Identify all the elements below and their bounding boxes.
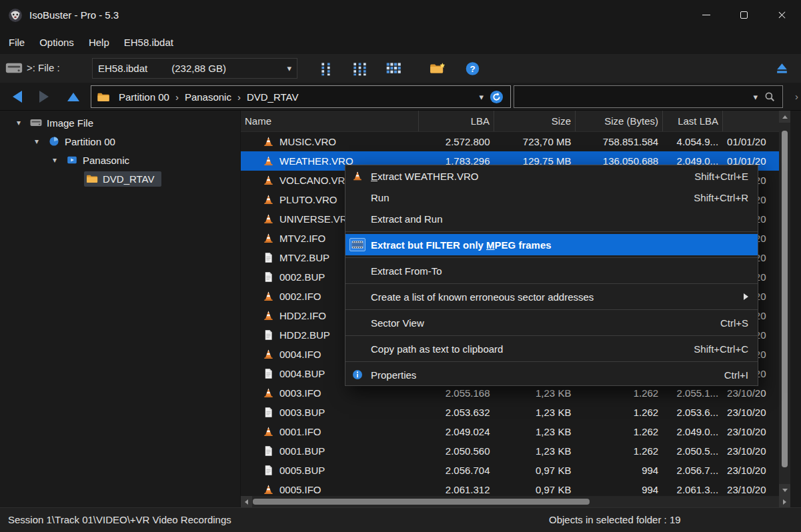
menu-item-label: Extract WEATHER.VRO — [371, 171, 686, 182]
horizontal-scroll-thumb[interactable] — [253, 499, 590, 505]
file-row-music-vro[interactable]: MUSIC.VRO2.572.800723,70 MB758.851.5844.… — [241, 132, 779, 151]
column-header-size-bytes[interactable]: Size (Bytes) — [576, 111, 663, 131]
tree-item-panasonic[interactable]: ▾ Panasonic — [0, 151, 240, 169]
column-header-last-lba[interactable]: Last LBA — [663, 111, 723, 131]
image-file-dropdown[interactable]: EH58.ibdat (232,88 GB) ▾ — [92, 58, 297, 79]
date-cell: 23/10/20 — [722, 407, 779, 418]
menu-item-label: Create a list of known erroneous sector … — [371, 291, 736, 303]
context-menu-item-extract-but-filter-only-mpeg-frames[interactable]: Extract but FILTER only MPEG frames — [345, 234, 758, 255]
status-path: Session 1\Track 01\VIDEO\+VR Video Recor… — [8, 508, 231, 532]
file-name-cell: 0003.BUP — [241, 407, 419, 418]
submenu-arrow-icon — [744, 293, 748, 300]
file-row-0001-ifo[interactable]: 0001.IFO2.049.0241,23 KB1.2622.049.0...2… — [241, 422, 779, 441]
vlc-cone-icon — [263, 155, 274, 167]
forward-button[interactable] — [32, 83, 56, 111]
disc-drive-icon — [5, 61, 23, 75]
context-menu-item-copy-path-as-text-to-clipboard[interactable]: Copy path as text to clipboardShift+Ctrl… — [345, 338, 758, 359]
chevron-down-icon[interactable]: ▾ — [12, 118, 25, 127]
minimize-button[interactable] — [687, 0, 725, 30]
menu-item-label: Sector View — [371, 317, 712, 329]
view-details-button[interactable] — [348, 57, 371, 79]
vlc-cone-icon — [263, 310, 274, 321]
file-name-label: HDD2.IFO — [279, 310, 326, 321]
tree-selected-highlight: DVD_RTAV — [84, 171, 161, 187]
chevron-down-icon[interactable]: ▾ — [747, 92, 764, 102]
up-button[interactable] — [61, 83, 85, 111]
scroll-up-button[interactable] — [779, 111, 790, 123]
file-name-cell: 0005.BUP — [241, 465, 419, 476]
expand-icon[interactable]: › — [795, 83, 798, 111]
file-name-label: 0003.IFO — [279, 387, 321, 399]
menu-item-help[interactable]: Help — [81, 37, 117, 48]
tree-item-partition-00[interactable]: ▾ Partition 00 — [0, 132, 240, 151]
context-menu-item-properties[interactable]: PropertiesCtrl+I — [345, 364, 758, 385]
breadcrumb-item-dvd-rtav[interactable]: DVD_RTAV — [241, 91, 305, 103]
tree-item-dvd-rtav[interactable]: DVD_RTAV — [0, 169, 240, 188]
vlc-cone-icon — [263, 213, 274, 225]
context-menu-item-run[interactable]: RunShift+Ctrl+R — [345, 187, 758, 208]
maximize-button[interactable] — [725, 0, 763, 30]
context-menu-item-create-a-list-of-known-erroneous-sector-addresses[interactable]: Create a list of known erroneous sector … — [345, 286, 758, 307]
file-row-0005-ifo[interactable]: 0005.IFO2.061.3120,97 KB9942.061.3...23/… — [241, 480, 779, 496]
breadcrumb-item-panasonic[interactable]: Panasonic — [179, 91, 237, 103]
file-name-label: HDD2.BUP — [279, 329, 330, 341]
column-header-name[interactable]: Name — [241, 111, 419, 131]
column-header-size[interactable]: Size — [494, 111, 576, 131]
new-folder-button[interactable] — [426, 57, 449, 79]
search-bar: ▾ — [514, 85, 783, 108]
vlc-icon — [349, 169, 365, 183]
menu-item-file[interactable]: File — [1, 37, 32, 48]
column-header-lba[interactable]: LBA — [419, 111, 494, 131]
vlc-cone-icon — [263, 291, 274, 302]
search-input[interactable] — [520, 91, 747, 103]
context-menu-item-extract-from-to[interactable]: Extract From-To — [345, 260, 758, 281]
view-columns-button[interactable] — [314, 57, 337, 79]
scroll-left-button[interactable] — [241, 496, 252, 507]
menu-separator — [345, 231, 758, 232]
scroll-down-button[interactable] — [779, 484, 790, 496]
chevron-down-icon: ▾ — [287, 63, 291, 73]
menu-item-options[interactable]: Options — [32, 37, 81, 48]
video-folder-icon — [66, 155, 78, 165]
refresh-button[interactable] — [490, 90, 504, 104]
vertical-scroll-thumb[interactable] — [782, 131, 788, 467]
horizontal-scrollbar[interactable] — [241, 496, 790, 507]
scroll-right-button[interactable] — [779, 496, 790, 507]
file-row-0003-ifo[interactable]: 0003.IFO2.055.1681,23 KB1.2622.055.1...2… — [241, 383, 779, 403]
bytes-cell: 994 — [575, 484, 662, 495]
vertical-scrollbar[interactable] — [779, 111, 790, 496]
last-cell: 2.053.6... — [662, 407, 722, 418]
file-row-0005-bup[interactable]: 0005.BUP2.056.7040,97 KB9942.056.7...23/… — [241, 461, 779, 480]
file-row-0003-bup[interactable]: 0003.BUP2.053.6321,23 KB1.2622.053.6...2… — [241, 403, 779, 422]
help-button[interactable]: ? — [461, 57, 484, 79]
toolbar: >: File : EH58.ibdat (232,88 GB) ▾ ? — [0, 54, 801, 83]
vlc-cone-icon — [263, 349, 274, 360]
date-cell: 23/10/20 — [722, 465, 779, 476]
search-icon[interactable] — [764, 91, 776, 103]
tree-item-image-file[interactable]: ▾ Image File — [0, 113, 240, 132]
breadcrumb: Partition 00›Panasonic›DVD_RTAV — [113, 91, 304, 103]
breadcrumb-item-partition-00[interactable]: Partition 00 — [113, 91, 175, 103]
file-row-0001-bup[interactable]: 0001.BUP2.050.5601,23 KB1.2622.050.5...2… — [241, 441, 779, 461]
back-button[interactable] — [5, 83, 29, 111]
context-menu-item-sector-view[interactable]: Sector ViewCtrl+S — [345, 312, 758, 333]
view-grid-button[interactable] — [381, 57, 404, 79]
file-name-cell: 0005.IFO — [241, 484, 419, 495]
context-menu-item-extract-weather-vro[interactable]: Extract WEATHER.VROShift+Ctrl+E — [345, 165, 758, 187]
title-bar: IsoBuster - Pro - 5.3 — [0, 0, 801, 30]
chevron-down-icon[interactable]: ▾ — [30, 137, 43, 146]
folder-icon — [97, 92, 110, 102]
isobuster-window: IsoBuster - Pro - 5.3 FileOptionsHelpEH5… — [0, 0, 801, 532]
chevron-down-icon[interactable]: ▾ — [48, 155, 61, 165]
selected-image-size: (232,88 GB) — [171, 63, 226, 74]
menu-item-eh58-ibdat[interactable]: EH58.ibdat — [117, 37, 181, 48]
partition-icon — [48, 136, 60, 147]
film-icon — [349, 238, 365, 251]
eject-button[interactable] — [770, 57, 793, 79]
close-button[interactable] — [763, 0, 801, 30]
context-menu-item-extract-and-run[interactable]: Extract and Run — [345, 208, 758, 229]
file-name-label: MTV2.BUP — [279, 252, 329, 263]
menu-icon-spacer — [349, 290, 365, 303]
chevron-down-icon[interactable]: ▾ — [473, 92, 490, 102]
minimize-icon — [702, 15, 710, 15]
